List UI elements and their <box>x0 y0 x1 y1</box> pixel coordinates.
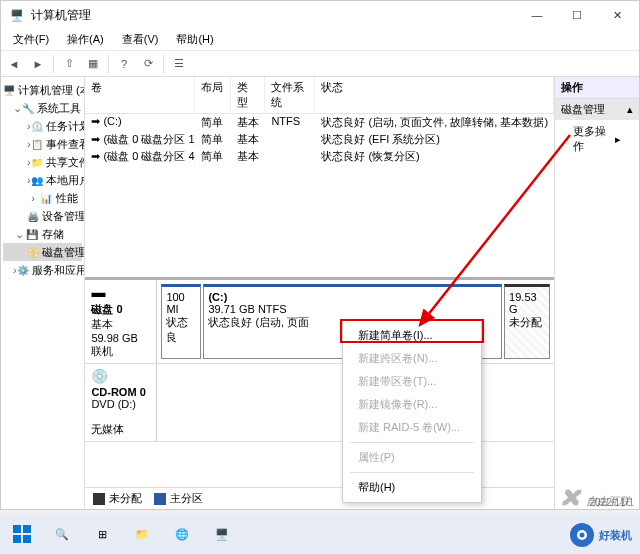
dropdown-icon: ▴ <box>627 103 633 116</box>
tree-device-manager[interactable]: 🖨️设备管理器 <box>3 207 82 225</box>
tree-shared-folders[interactable]: ›📁共享文件夹 <box>3 153 82 171</box>
col-volume[interactable]: 卷 <box>85 77 195 113</box>
help-button[interactable]: ? <box>113 53 135 75</box>
computer-management-icon[interactable]: 🖥️ <box>204 516 240 552</box>
nav-tree: 🖥️计算机管理 (本地) ⌄🔧系统工具 ›⏲️任务计划程序 ›📋事件查看器 ›📁… <box>1 77 85 509</box>
ctx-properties: 属性(P) <box>346 446 478 469</box>
volume-row[interactable]: ➡ (磁盘 0 磁盘分区 4)简单基本状态良好 (恢复分区) <box>85 148 554 165</box>
tree-task-scheduler[interactable]: ›⏲️任务计划程序 <box>3 117 82 135</box>
partition-unallocated[interactable]: 19.53 G未分配 <box>504 284 550 359</box>
col-layout[interactable]: 布局 <box>195 77 231 113</box>
show-hide-button[interactable]: ▦ <box>82 53 104 75</box>
volume-list[interactable]: 卷 布局 类型 文件系统 状态 ➡ (C:)简单基本NTFS状态良好 (启动, … <box>85 77 554 277</box>
tree-services-apps[interactable]: ›⚙️服务和应用程序 <box>3 261 82 279</box>
edge-icon[interactable]: 🌐 <box>164 516 200 552</box>
volume-list-header: 卷 布局 类型 文件系统 状态 <box>85 77 554 114</box>
svg-rect-2 <box>23 525 31 533</box>
forward-button[interactable]: ► <box>27 53 49 75</box>
col-filesystem[interactable]: 文件系统 <box>265 77 315 113</box>
window-title: 计算机管理 <box>31 7 517 24</box>
tree-system-tools[interactable]: ⌄🔧系统工具 <box>3 99 82 117</box>
svg-rect-1 <box>13 525 21 533</box>
main-window: 🖥️ 计算机管理 — ☐ ✕ 文件(F) 操作(A) 查看(V) 帮助(H) ◄… <box>0 0 640 510</box>
menu-help[interactable]: 帮助(H) <box>168 30 221 49</box>
cdrom-info[interactable]: 💿 CD-ROM 0 DVD (D:) 无媒体 <box>85 364 157 441</box>
chevron-right-icon: ▸ <box>615 133 621 146</box>
ctx-new-mirrored-volume: 新建镜像卷(R)... <box>346 393 478 416</box>
app-icon: 🖥️ <box>9 7 25 23</box>
menu-action[interactable]: 操作(A) <box>59 30 112 49</box>
close-button[interactable]: ✕ <box>597 1 637 29</box>
back-button[interactable]: ◄ <box>3 53 25 75</box>
menubar: 文件(F) 操作(A) 查看(V) 帮助(H) <box>1 29 639 51</box>
refresh-button[interactable]: ⟳ <box>137 53 159 75</box>
actions-group[interactable]: 磁盘管理▴ <box>555 99 639 120</box>
tree-disk-management[interactable]: 📀磁盘管理 <box>3 243 82 261</box>
cdrom-icon: 💿 <box>91 368 150 384</box>
ctx-help[interactable]: 帮助(H) <box>346 476 478 499</box>
volume-row[interactable]: ➡ (C:)简单基本NTFS状态良好 (启动, 页面文件, 故障转储, 基本数据… <box>85 114 554 131</box>
ctx-new-striped-volume: 新建带区卷(T)... <box>346 370 478 393</box>
svg-rect-4 <box>23 535 31 543</box>
svg-rect-3 <box>13 535 21 543</box>
col-status[interactable]: 状态 <box>315 77 554 113</box>
col-type[interactable]: 类型 <box>231 77 265 113</box>
ctx-new-raid5-volume: 新建 RAID-5 卷(W)... <box>346 416 478 439</box>
legend: 未分配 主分区 <box>85 487 554 509</box>
up-button[interactable]: ⇧ <box>58 53 80 75</box>
minimize-button[interactable]: — <box>517 1 557 29</box>
disk-row-cdrom: 💿 CD-ROM 0 DVD (D:) 无媒体 <box>85 364 554 442</box>
tree-local-users[interactable]: ›👥本地用户和组 <box>3 171 82 189</box>
tree-storage[interactable]: ⌄💾存储 <box>3 225 82 243</box>
tree-event-viewer[interactable]: ›📋事件查看器 <box>3 135 82 153</box>
date-stamp: 2022/11/1 <box>590 497 635 508</box>
titlebar: 🖥️ 计算机管理 — ☐ ✕ <box>1 1 639 29</box>
menu-file[interactable]: 文件(F) <box>5 30 57 49</box>
tree-root[interactable]: 🖥️计算机管理 (本地) <box>3 81 82 99</box>
explorer-icon[interactable]: 📁 <box>124 516 160 552</box>
disk-row-0: ▬ 磁盘 0 基本 59.98 GB 联机 100 MI状态良 (C:)39.7… <box>85 280 554 364</box>
center-pane: 卷 布局 类型 文件系统 状态 ➡ (C:)简单基本NTFS状态良好 (启动, … <box>85 77 555 509</box>
toolbar: ◄ ► ⇧ ▦ ? ⟳ ☰ <box>1 51 639 77</box>
tree-performance[interactable]: ›📊性能 <box>3 189 82 207</box>
taskview-icon[interactable]: ⊞ <box>84 516 120 552</box>
actions-header: 操作 <box>555 77 639 99</box>
volume-row[interactable]: ➡ (磁盘 0 磁盘分区 1)简单基本状态良好 (EFI 系统分区) <box>85 131 554 148</box>
partition-efi[interactable]: 100 MI状态良 <box>161 284 201 359</box>
context-menu: 新建简单卷(I)... 新建跨区卷(N)... 新建带区卷(T)... 新建镜像… <box>342 320 482 503</box>
taskbar: 🔍 ⊞ 📁 🌐 🖥️ <box>0 514 640 554</box>
ctx-new-spanned-volume: 新建跨区卷(N)... <box>346 347 478 370</box>
maximize-button[interactable]: ☐ <box>557 1 597 29</box>
actions-pane: 操作 磁盘管理▴ 更多操作▸ <box>555 77 639 509</box>
ctx-new-simple-volume[interactable]: 新建简单卷(I)... <box>346 324 478 347</box>
list-button[interactable]: ☰ <box>168 53 190 75</box>
search-icon[interactable]: 🔍 <box>44 516 80 552</box>
menu-view[interactable]: 查看(V) <box>114 30 167 49</box>
start-button[interactable] <box>4 516 40 552</box>
disk-info[interactable]: ▬ 磁盘 0 基本 59.98 GB 联机 <box>85 280 157 363</box>
disk-icon: ▬ <box>91 284 150 300</box>
actions-more[interactable]: 更多操作▸ <box>555 120 639 158</box>
disk-map: ▬ 磁盘 0 基本 59.98 GB 联机 100 MI状态良 (C:)39.7… <box>85 277 554 487</box>
